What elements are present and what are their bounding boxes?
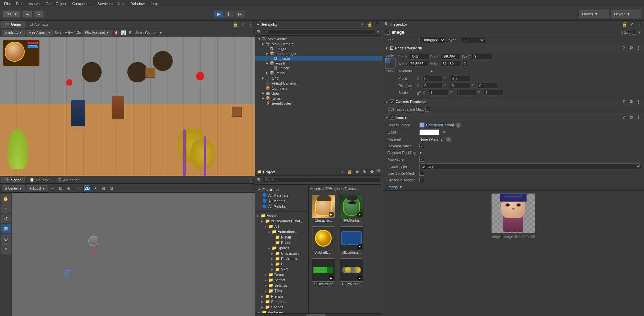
collab-button[interactable]: ⬡ C ▼: [3, 10, 20, 18]
scene-rotate-tool[interactable]: ↺: [1, 214, 11, 223]
rot-x-input[interactable]: [423, 83, 443, 89]
hierarchy-menu-icon[interactable]: ⋮: [374, 21, 380, 28]
image-help-icon[interactable]: ?: [621, 114, 627, 120]
folder-art[interactable]: ► 📁 Art: [255, 224, 308, 229]
canvas-renderer-header[interactable]: ► ✓ Canvas Renderer ? ⚙ ⋮: [382, 97, 644, 106]
inspector-maximize-icon[interactable]: ⤢: [629, 21, 635, 28]
display-dropdown[interactable]: Display 1 ▼: [2, 30, 25, 36]
grid-icon[interactable]: ⊞: [128, 30, 134, 36]
asset-character[interactable]: ▶ Character...: [310, 193, 337, 224]
rot-z-input[interactable]: [478, 83, 498, 89]
tree-item-confiners[interactable]: 📦 Confiners: [255, 86, 382, 91]
hierarchy-search-input[interactable]: [263, 29, 375, 35]
inspector-static-checkbox[interactable]: [632, 30, 636, 35]
scene-tool-snap[interactable]: ⊡: [108, 185, 114, 191]
game-maximize-icon[interactable]: ⤢: [240, 21, 246, 28]
scene-move-tool[interactable]: ↔: [1, 204, 11, 213]
asset-play-icon[interactable]: ▶: [329, 212, 334, 217]
menu-gameobject[interactable]: GameObject: [43, 1, 69, 6]
folder-2dbeginner[interactable]: ► 📁 2DBeginnerTutori...: [255, 218, 308, 224]
step-button[interactable]: ⏭: [235, 10, 245, 18]
scene-tool-grid[interactable]: ⊞: [100, 185, 106, 191]
tree-item-mainscene[interactable]: ▼ 🎬 MainScene*: [255, 36, 382, 41]
tab-game[interactable]: 🎮 Game: [1, 21, 25, 28]
tree-item-items[interactable]: ► 📦 Items: [255, 70, 382, 75]
project-eye-icon[interactable]: 👁: [369, 169, 375, 175]
asset-dialogue[interactable]: ▶ UIDialogue...: [338, 225, 365, 256]
gizmos-label[interactable]: Gizmos: [145, 31, 157, 35]
tag-dropdown[interactable]: Untagged: [419, 37, 445, 43]
scene-custom-tool[interactable]: ✦: [1, 244, 11, 254]
use-sprite-mesh-checkbox[interactable]: [419, 171, 424, 176]
color-edit-icon[interactable]: ✏: [441, 129, 447, 135]
menu-file[interactable]: File: [1, 1, 13, 6]
cloud-button[interactable]: ☁: [22, 10, 32, 18]
rect-transform-menu-icon[interactable]: ⋮: [635, 45, 641, 51]
scene-tool-fx[interactable]: ✦: [92, 185, 98, 191]
asset-bullet[interactable]: UIBulletIcon: [310, 225, 337, 256]
tree-item-headimage[interactable]: ► 📦 Head Image: [255, 51, 382, 56]
inspector-lock-icon[interactable]: 🔒: [621, 21, 627, 28]
folder-scripts[interactable]: ► 📁 Scripts: [255, 277, 308, 283]
folder-ui[interactable]: ► 📁 UI: [255, 261, 308, 267]
raycast-target-checkbox[interactable]: ✓: [419, 144, 424, 148]
stats-icon[interactable]: 📊: [120, 30, 126, 36]
image-section-header[interactable]: ► ✓ Image ? ⚙ ⋮: [382, 113, 644, 122]
folder-samples[interactable]: ► 📁 Samples: [255, 299, 308, 304]
pos-x-input[interactable]: [409, 54, 429, 60]
inspector-active-checkbox[interactable]: ✓: [385, 30, 390, 35]
pivot-x-input[interactable]: [423, 75, 443, 82]
folder-settings[interactable]: ► 📁 Settings: [255, 283, 308, 288]
aspect-dropdown[interactable]: Free Aspect ▼: [26, 30, 53, 36]
menu-help[interactable]: Help: [148, 1, 161, 6]
tree-item-image2[interactable]: 🖼 Image: [255, 56, 382, 61]
asset-healthbar[interactable]: ▶ UIHealthBar: [310, 257, 337, 287]
menu-component[interactable]: Component: [69, 1, 94, 6]
folder-sprites[interactable]: ► 📁 Sprites: [255, 245, 308, 251]
project-scrollbar[interactable]: [255, 313, 382, 316]
folder-animations[interactable]: ► 📁 Animations: [255, 229, 308, 234]
scene-menu-icon[interactable]: ⋮: [247, 177, 253, 183]
layout-dropdown[interactable]: Layout ▼: [611, 10, 641, 18]
tab-console[interactable]: 📋 Console: [26, 177, 53, 183]
scene-tool-move[interactable]: ↔: [50, 185, 56, 191]
folder-scenes[interactable]: ► 📁 Scenes: [255, 304, 308, 310]
tab-animation[interactable]: 🎬 Animation: [54, 177, 84, 183]
image-enabled[interactable]: ✓: [390, 115, 394, 120]
menu-services[interactable]: Services: [95, 1, 114, 6]
rot-y-input[interactable]: [450, 83, 470, 89]
rect-transform-header[interactable]: ▼ ⊡ Rect Transform ? ⚙ ⋮: [382, 44, 644, 52]
tree-item-itemsroot[interactable]: ► 📦 Items: [255, 96, 382, 101]
fav-materials[interactable]: 🔵 All Materials: [255, 192, 308, 198]
canvas-renderer-menu-icon[interactable]: ⋮: [635, 99, 641, 105]
inspector-menu-icon[interactable]: ⋮: [636, 21, 642, 28]
folder-demo[interactable]: ► 📁 Demo: [255, 272, 308, 277]
pos-y-input[interactable]: [440, 54, 461, 60]
local-dropdown[interactable]: ◈ Local ▼: [27, 185, 48, 191]
pause-button[interactable]: ⏸: [225, 10, 234, 18]
cull-checkbox[interactable]: ✓: [425, 107, 430, 112]
width-input[interactable]: [409, 61, 429, 67]
constrain-proportions-icon[interactable]: R: [462, 61, 468, 67]
tree-item-health[interactable]: ► 📦 Health: [255, 61, 382, 66]
scale-x-input[interactable]: [429, 90, 449, 96]
folder-prefabs[interactable]: ► 📁 Prefabs: [255, 294, 308, 299]
folder-tiles[interactable]: ► 📁 Tiles: [255, 288, 308, 294]
settings-button[interactable]: ⚙: [34, 10, 44, 18]
folder-packages[interactable]: ► 📁 Packages: [255, 310, 308, 313]
color-picker[interactable]: [419, 129, 439, 135]
menu-edit[interactable]: Edit: [13, 1, 25, 6]
layers-dropdown[interactable]: Layers ▼: [579, 10, 609, 18]
fav-prefabs[interactable]: 🔵 All Prefabs: [255, 204, 308, 209]
maskable-checkbox[interactable]: ✓: [419, 157, 424, 162]
menu-window[interactable]: Window: [129, 1, 147, 6]
play-button[interactable]: ▶: [214, 10, 223, 18]
fav-models[interactable]: 🔵 All Models: [255, 198, 308, 204]
canvas-renderer-settings-icon[interactable]: ⚙: [628, 99, 634, 105]
project-lock-icon[interactable]: 🔒: [347, 169, 353, 175]
scene-transform-tool[interactable]: ⊕: [1, 234, 11, 244]
pos-z-input[interactable]: [472, 54, 492, 60]
tab-animator[interactable]: 🎞 Animator: [25, 21, 53, 28]
height-input[interactable]: [441, 61, 461, 67]
scene-hand-tool[interactable]: ✋: [1, 194, 11, 203]
